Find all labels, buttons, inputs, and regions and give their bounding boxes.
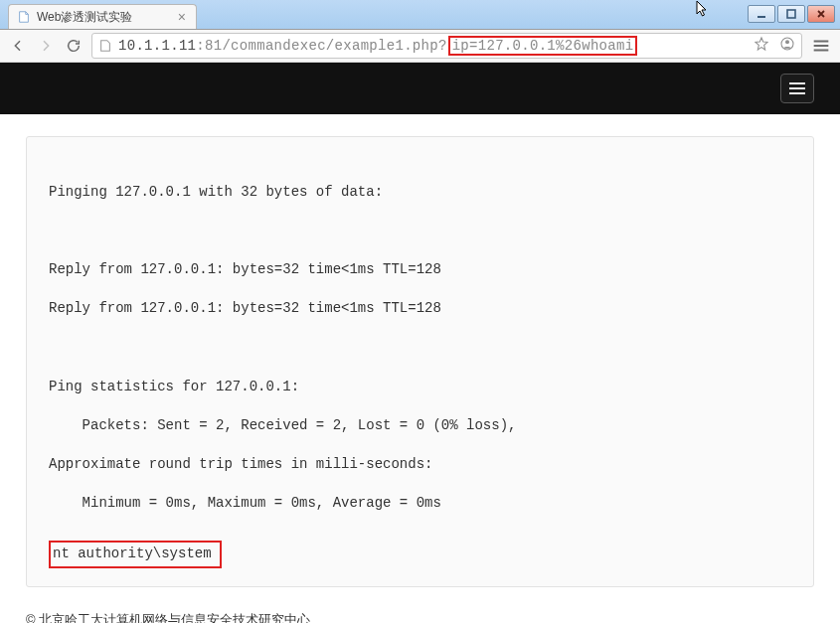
window-maximize-button[interactable] — [777, 5, 805, 23]
hamburger-icon — [789, 82, 805, 94]
page-viewport: Pinging 127.0.0.1 with 32 bytes of data:… — [0, 63, 840, 623]
site-footer-text: © 北京哈工大计算机网络与信息安全技术研究中心 — [0, 597, 840, 623]
command-output-box: Pinging 127.0.0.1 with 32 bytes of data:… — [26, 136, 814, 587]
browser-menu-button[interactable] — [810, 35, 832, 57]
window-minimize-button[interactable] — [748, 5, 775, 23]
svg-rect-1 — [787, 10, 795, 18]
site-header-bar — [0, 63, 840, 114]
window-close-button[interactable] — [807, 5, 835, 23]
browser-toolbar: 10.1.1.11:81/commandexec/example1.php?ip… — [0, 30, 840, 63]
reload-button[interactable] — [64, 36, 84, 56]
svg-point-3 — [785, 40, 789, 44]
bookmark-star-icon[interactable] — [754, 36, 769, 56]
forward-button[interactable] — [36, 36, 56, 56]
whoami-output: nt authority\system — [49, 541, 222, 568]
site-menu-button[interactable] — [780, 74, 814, 103]
url-host: 10.1.1.11 — [118, 38, 196, 54]
current-user-icon[interactable] — [779, 36, 795, 56]
address-bar[interactable]: 10.1.1.11:81/commandexec/example1.php?ip… — [91, 33, 802, 59]
svg-rect-0 — [757, 16, 765, 18]
ping-output: Pinging 127.0.0.1 with 32 bytes of data:… — [49, 184, 516, 512]
page-info-icon[interactable] — [98, 39, 112, 53]
back-button[interactable] — [8, 36, 28, 56]
url-query-highlighted: ip=127.0.0.1%26whoami — [448, 36, 638, 56]
url-text: 10.1.1.11:81/commandexec/example1.php?ip… — [118, 36, 637, 56]
url-path: :81/commandexec/example1.php? — [196, 38, 446, 54]
os-window-titlebar — [0, 0, 840, 27]
